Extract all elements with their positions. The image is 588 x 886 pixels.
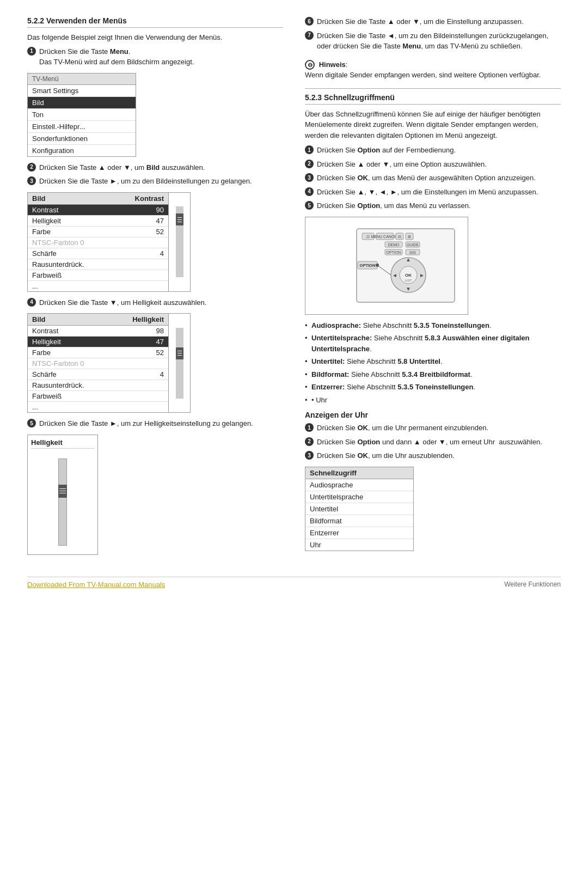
bild-row-dots-1: ... [28,281,168,291]
slider-thumb-2 [176,347,183,359]
bullet-audiosprache: Audiosprache: Siehe Abschnitt 5.3.5 Tone… [305,320,561,331]
slider-vertical-1 [176,206,183,277]
slider-line [177,355,182,356]
bullet-entzerrer: Entzerrer: Siehe Abschnitt 5.3.5 Toneins… [305,382,561,393]
bild-table-1-rows: Bild Kontrast Kontrast 90 Helligkeit 47 … [28,193,168,291]
schnell-item-bildformat: Bildformat [305,515,413,527]
a-step-1-bold: OK [357,424,368,432]
bullet-list: Audiosprache: Siehe Abschnitt 5.3.5 Tone… [305,320,561,406]
step-num-7: 7 [305,31,314,40]
bild-row-kontrast-1: Kontrast 90 [28,205,168,216]
r-step-3-content: Drücken Sie OK, um das Menü der ausgewäh… [317,173,561,184]
schnell-item-entzerrer: Entzerrer [305,527,413,539]
step-2-bold: Bild [146,163,160,172]
section-divider [305,88,561,89]
bullet-untertitelsprache-bold: Untertitelsprache: [311,334,372,342]
bild-row-helligkeit-2: Helligkeit 47 [28,337,168,347]
bild-row-kontrast-2: Kontrast 98 [28,326,168,337]
tv-menu-header: TV-Menü [28,74,136,85]
bullet-ref: 5.3.5 Toneinstellungen [397,383,473,391]
r-step-2: 2 Drücken Sie ▲ oder ▼, um eine Option a… [305,159,561,170]
step-7: 7 Drücken Sie die Taste ◄, um zu den Bil… [305,30,561,52]
bild-row-label: Farbweiß [32,271,62,279]
section-left-intro: Das folgende Beispiel zeigt Ihnen die Ve… [27,32,283,43]
bullet-ref: 5.8 Untertitel [397,357,440,365]
bild-row-ntsc-1: NTSC-Farbton 0 [28,237,168,248]
step-3: 3 Drücken Sie die Taste ►, um zu den Bil… [27,176,283,187]
svg-text:DEMO: DEMO [388,243,400,247]
bild-row-label: Kontrast [32,206,58,214]
bild-row-raus-2: Rausunterdrück. [28,380,168,391]
r-step-3: 3 Drücken Sie OK, um das Menü der ausgew… [305,173,561,184]
section-right-intro: Über das Schnellzugriffmenü können Sie a… [305,109,561,141]
r-step-num-4: 4 [305,187,314,196]
svg-text:OPTION: OPTION [360,263,376,268]
bild-row-ntsc-2: NTSC-Farbton 0 [28,358,168,369]
bild-slider-1 [168,193,190,291]
bild-row-label: ... [32,282,38,290]
step-num-3: 3 [27,176,36,185]
svg-text:⊟⊟: ⊟⊟ [409,250,416,254]
bild-row-schaerfe-2: Schärfe 4 [28,369,168,380]
bullet-ref: 5.3.5 Toneinstellungen [414,321,489,329]
bild-row-dots-2: ... [28,402,168,412]
bild-row-label: Schärfe [32,370,57,378]
svg-text:OK: OK [405,273,412,278]
slider-line [177,351,182,351]
r-step-5-content: Drücken Sie Option, um das Menü zu verla… [317,200,561,211]
bild-row-label: Kontrast [32,327,58,335]
r-step-2-content: Drücken Sie ▲ oder ▼, um eine Option aus… [317,159,561,170]
svg-text:MENU CANCEL: MENU CANCEL [371,235,399,239]
menu-item-sonder: Sonderfunktionen [28,133,136,145]
a-step-2: 2 Drücken Sie Option und dann ▲ oder ▼, … [305,437,561,448]
bullet-bildformat-bold: Bildformat: [311,370,349,378]
footer-right: Weitere Funktionen [504,581,561,588]
step-num-4: 4 [27,298,36,307]
step-2: 2 Drücken Sie Taste ▲ oder ▼, um Bild au… [27,162,283,173]
page-layout: 5.2.2 Verwenden der Menüs Das folgende B… [27,16,561,560]
bild-slider-2 [168,314,190,412]
right-column: 6 Drücken Sie die Taste ▲ oder ▼, um die… [305,16,561,560]
tv-menu-table: TV-Menü Smart Settings Bild Ton Einstell… [27,73,136,157]
note-box: ⊖ Hinweis: Wenn digitale Sender empfange… [305,59,561,81]
page-footer: Downloaded From TV-Manual.com Manuals We… [27,577,561,589]
step-7-content: Drücken Sie die Taste ◄, um zu den Bilde… [317,30,561,52]
bild-row-label: Schärfe [32,249,57,258]
helligkeit-slider-container [31,453,94,551]
note-content: ⊖ Hinweis: Wenn digitale Sender empfange… [305,59,561,81]
hell-line [59,488,65,489]
bild-row-label: Farbweiß [32,392,62,400]
schnell-item-untertitel: Untertitel [305,503,413,515]
bild-row-label: NTSC-Farbton 0 [32,359,84,368]
section-right-title: 5.2.3 Schnellzugriffmenü [305,93,561,105]
slider-line [177,222,182,222]
bullet-entzerrer-bold: Entzerrer: [311,383,345,391]
a-step-3-content: Drücken Sie OK, um die Uhr auszublenden. [317,450,561,461]
step-7-bold: Menu [402,42,421,50]
r-step-num-3: 3 [305,173,314,182]
hell-line [59,491,65,491]
r-step-5: 5 Drücken Sie Option, um das Menü zu ver… [305,200,561,211]
menu-item-einstell: Einstell.-Hilfepr... [28,121,136,133]
a-step-3: 3 Drücken Sie OK, um die Uhr auszublende… [305,450,561,461]
bild-header-left: Bild [32,194,46,203]
helligkeit-box: Helligkeit [27,435,98,555]
note-icon: ⊖ [305,60,315,70]
step-1-bold: Menu [110,47,128,56]
step-1-sub: Das TV-Menü wird auf dem Bildschirm ange… [39,58,194,66]
bullet-ref: 5.3.4 Breitbildformat [402,370,470,378]
footer-link[interactable]: Downloaded From TV-Manual.com Manuals [27,581,165,589]
r-step-1-content: Drücken Sie Option auf der Fernbedienung… [317,145,561,156]
note-text: Wenn digitale Sender empfangen werden, s… [305,71,541,79]
bild-table-2-rows: Bild Helligkeit Kontrast 98 Helligkeit 4… [28,314,168,412]
a-step-num-1: 1 [305,423,314,432]
step-1-content: Drücken Sie die Taste Menu. Das TV-Menü … [39,46,283,68]
bild-row-value: 98 [156,327,164,335]
svg-text:LIST: LIST [405,279,412,282]
svg-text:◄: ◄ [392,272,397,278]
bild-row-farbweiss-2: Farbweiß [28,391,168,402]
r-step-3-bold: OK [357,174,368,182]
bild-row-farbe-2: Farbe 52 [28,347,168,358]
svg-text:⊞: ⊞ [408,235,411,239]
svg-text:GUIDE: GUIDE [407,243,419,247]
